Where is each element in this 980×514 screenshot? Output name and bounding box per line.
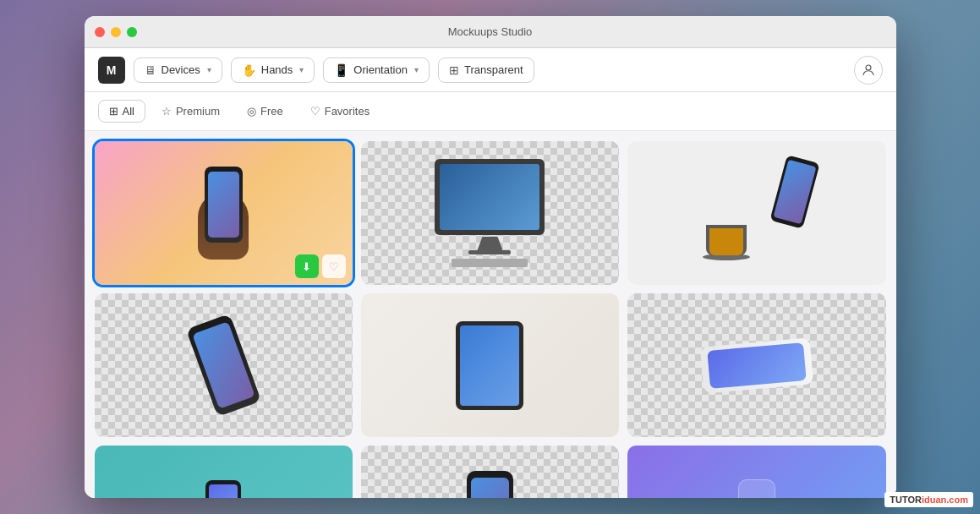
mockup-grid: ⬇ ♡ <box>95 141 886 498</box>
transparent-label: Transparent <box>464 63 523 76</box>
phone-icon: 📱 <box>334 63 348 77</box>
coffee-cup <box>706 225 747 255</box>
hands-dropdown[interactable]: ✋ Hands ▾ <box>231 57 315 83</box>
monitor-screen <box>440 164 539 230</box>
item-7-inner <box>95 446 353 498</box>
monitor-body <box>435 159 545 235</box>
hands-label: Hands <box>261 63 293 76</box>
monitor-base <box>468 250 511 254</box>
mockup-item-7[interactable] <box>95 446 353 498</box>
logo-button[interactable]: M <box>98 57 125 84</box>
mockup-item-1[interactable]: ⬇ ♡ <box>95 141 353 285</box>
tablet-body <box>456 321 523 410</box>
circle-icon: ◎ <box>247 105 256 118</box>
user-profile-button[interactable] <box>854 56 883 85</box>
horizontal-phone-visual <box>700 337 813 393</box>
item-1-overlay: ⬇ ♡ <box>295 254 346 278</box>
favorite-button-1[interactable]: ♡ <box>322 254 346 278</box>
hand-phone-visual <box>205 167 243 260</box>
item-3-inner <box>627 141 885 285</box>
filter-free[interactable]: ◎ Free <box>236 100 294 123</box>
mockup-item-4[interactable] <box>95 293 353 437</box>
mockup-item-8[interactable] <box>361 446 619 498</box>
transparent-button[interactable]: ⊞ Transparent <box>438 57 534 83</box>
download-button-1[interactable]: ⬇ <box>295 254 319 278</box>
svg-point-0 <box>866 65 871 70</box>
watermark: TUTORiduan.com <box>884 492 973 507</box>
mockup-grid-container[interactable]: ⬇ ♡ <box>85 131 896 498</box>
titlebar: Mockuups Studio <box>85 16 896 48</box>
phone-in-hand <box>205 167 243 243</box>
minimize-button[interactable] <box>111 27 121 37</box>
devices-dropdown[interactable]: 🖥 Devices ▾ <box>134 57 222 83</box>
monitor-stand <box>477 237 502 250</box>
mockup-item-6[interactable] <box>627 293 885 437</box>
heart-icon: ♡ <box>310 105 320 118</box>
traffic-lights <box>95 27 137 37</box>
grid-icon: ⊞ <box>109 105 118 118</box>
chevron-down-icon: ▾ <box>207 65 211 74</box>
watermark-suffix: iduan.com <box>922 495 968 505</box>
keyboard-visual <box>452 259 528 267</box>
center-phone-visual <box>467 471 513 498</box>
mockup-item-9[interactable] <box>627 446 885 498</box>
mockup-item-2[interactable] <box>361 141 619 285</box>
star-icon: ☆ <box>162 105 172 118</box>
premium-label: Premium <box>176 105 220 118</box>
monitor-visual <box>435 159 545 267</box>
mockup-item-5[interactable] <box>361 293 619 437</box>
blue-gradient-phone <box>738 479 775 498</box>
item-1-inner: ⬇ ♡ <box>95 141 353 285</box>
close-button[interactable] <box>95 27 105 37</box>
item-2-inner <box>361 141 619 285</box>
monitor-icon: 🖥 <box>145 63 156 77</box>
watermark-prefix: TUTOR <box>890 495 922 505</box>
tablet-screen <box>460 325 519 406</box>
item-6-inner <box>627 293 885 437</box>
item-9-inner <box>627 446 885 498</box>
hand-icon: ✋ <box>242 63 256 77</box>
maximize-button[interactable] <box>127 27 137 37</box>
teal-scene-phone <box>205 480 241 498</box>
free-label: Free <box>260 105 283 118</box>
filter-all[interactable]: ⊞ All <box>98 100 145 123</box>
chevron-down-icon-2: ▾ <box>299 65 304 74</box>
phone-angled <box>769 155 819 229</box>
mockup-item-3[interactable] <box>627 141 885 285</box>
filter-bar: ⊞ All ☆ Premium ◎ Free ♡ Favorites <box>85 92 896 131</box>
item-5-inner <box>361 293 619 437</box>
toolbar: M 🖥 Devices ▾ ✋ Hands ▾ 📱 Orientation ▾ … <box>85 48 896 92</box>
user-icon <box>861 63 876 78</box>
orientation-label: Orientation <box>353 63 408 76</box>
all-label: All <box>123 105 134 118</box>
coffee-scene <box>698 154 816 272</box>
orientation-dropdown[interactable]: 📱 Orientation ▾ <box>323 57 430 83</box>
filter-premium[interactable]: ☆ Premium <box>151 100 231 123</box>
devices-label: Devices <box>162 63 200 76</box>
favorites-label: Favorites <box>325 105 370 118</box>
transparent-icon: ⊞ <box>449 63 459 77</box>
item-8-inner <box>361 446 619 498</box>
chevron-down-icon-3: ▾ <box>414 65 419 74</box>
window-title: Mockuups Studio <box>448 25 533 38</box>
tablet-visual <box>456 321 523 410</box>
tilted-phone-visual <box>186 314 261 417</box>
app-window: Mockuups Studio M 🖥 Devices ▾ ✋ Hands ▾ … <box>85 16 896 498</box>
item-4-inner <box>95 293 353 437</box>
filter-favorites[interactable]: ♡ Favorites <box>299 100 381 123</box>
